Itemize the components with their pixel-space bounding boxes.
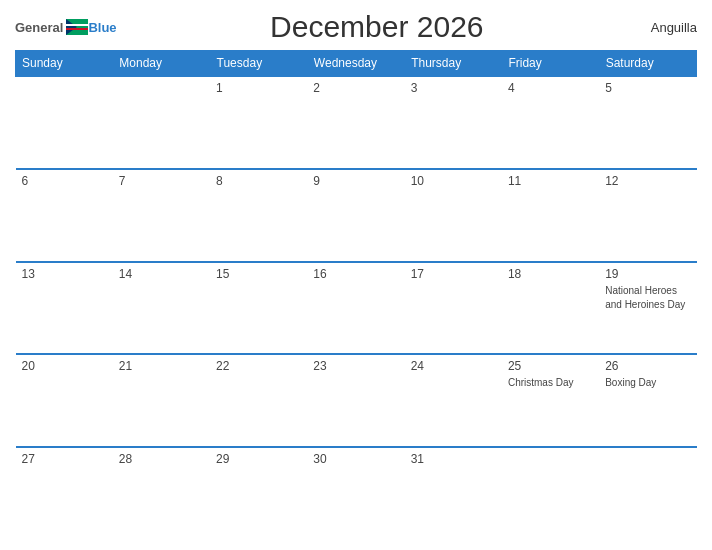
- day-number: 6: [22, 174, 107, 188]
- day-number: 18: [508, 267, 593, 281]
- day-number: 19: [605, 267, 690, 281]
- calendar-cell: [113, 76, 210, 169]
- svg-rect-3: [66, 28, 88, 30]
- calendar-cell: 9: [307, 169, 404, 262]
- calendar-cell: 31: [405, 447, 502, 540]
- calendar-cell: 3: [405, 76, 502, 169]
- day-number: 9: [313, 174, 398, 188]
- calendar-cell: 12: [599, 169, 696, 262]
- calendar-cell: 14: [113, 262, 210, 355]
- day-number: 27: [22, 452, 107, 466]
- calendar-cell: 30: [307, 447, 404, 540]
- calendar-cell: 24: [405, 354, 502, 447]
- calendar-cell: 5: [599, 76, 696, 169]
- calendar-cell: 29: [210, 447, 307, 540]
- calendar-cell: [599, 447, 696, 540]
- calendar-table: SundayMondayTuesdayWednesdayThursdayFrid…: [15, 50, 697, 540]
- day-number: 12: [605, 174, 690, 188]
- calendar-cell: 16: [307, 262, 404, 355]
- day-number: 4: [508, 81, 593, 95]
- calendar-cell: 10: [405, 169, 502, 262]
- weekday-header-tuesday: Tuesday: [210, 51, 307, 77]
- day-number: 11: [508, 174, 593, 188]
- day-number: 8: [216, 174, 301, 188]
- calendar-cell: 18: [502, 262, 599, 355]
- day-number: 23: [313, 359, 398, 373]
- calendar-cell: 25Christmas Day: [502, 354, 599, 447]
- weekday-header-thursday: Thursday: [405, 51, 502, 77]
- calendar-page: General Blue December 2026 Anguilla Sund…: [0, 0, 712, 550]
- day-number: 28: [119, 452, 204, 466]
- weekday-header-friday: Friday: [502, 51, 599, 77]
- weekday-header-wednesday: Wednesday: [307, 51, 404, 77]
- calendar-cell: 17: [405, 262, 502, 355]
- day-number: 20: [22, 359, 107, 373]
- day-number: 5: [605, 81, 690, 95]
- calendar-cell: 7: [113, 169, 210, 262]
- calendar-cell: 27: [16, 447, 113, 540]
- country-name: Anguilla: [637, 20, 697, 35]
- day-number: 7: [119, 174, 204, 188]
- calendar-week-row: 6789101112: [16, 169, 697, 262]
- logo-general-text: General: [15, 20, 63, 35]
- day-number: 3: [411, 81, 496, 95]
- calendar-cell: 8: [210, 169, 307, 262]
- day-number: 22: [216, 359, 301, 373]
- day-number: 10: [411, 174, 496, 188]
- calendar-week-row: 2728293031: [16, 447, 697, 540]
- day-number: 14: [119, 267, 204, 281]
- weekday-header-sunday: Sunday: [16, 51, 113, 77]
- day-number: 13: [22, 267, 107, 281]
- weekday-header-saturday: Saturday: [599, 51, 696, 77]
- svg-rect-2: [66, 24, 88, 26]
- day-number: 17: [411, 267, 496, 281]
- calendar-cell: 22: [210, 354, 307, 447]
- calendar-cell: 21: [113, 354, 210, 447]
- calendar-title: December 2026: [117, 10, 637, 44]
- logo-flag-icon: [66, 19, 88, 35]
- holiday-name: National Heroes and Heroines Day: [605, 285, 685, 310]
- calendar-cell: [16, 76, 113, 169]
- day-number: 30: [313, 452, 398, 466]
- weekday-header-monday: Monday: [113, 51, 210, 77]
- day-number: 29: [216, 452, 301, 466]
- calendar-cell: 2: [307, 76, 404, 169]
- day-number: 24: [411, 359, 496, 373]
- logo-blue-text: Blue: [88, 20, 116, 35]
- calendar-cell: 4: [502, 76, 599, 169]
- calendar-cell: 26Boxing Day: [599, 354, 696, 447]
- calendar-cell: 15: [210, 262, 307, 355]
- calendar-header: General Blue December 2026 Anguilla: [15, 10, 697, 44]
- day-number: 25: [508, 359, 593, 373]
- day-number: 2: [313, 81, 398, 95]
- day-number: 16: [313, 267, 398, 281]
- calendar-week-row: 12345: [16, 76, 697, 169]
- calendar-cell: 1: [210, 76, 307, 169]
- day-number: 15: [216, 267, 301, 281]
- calendar-cell: 20: [16, 354, 113, 447]
- calendar-cell: 19National Heroes and Heroines Day: [599, 262, 696, 355]
- weekday-header-row: SundayMondayTuesdayWednesdayThursdayFrid…: [16, 51, 697, 77]
- calendar-cell: 28: [113, 447, 210, 540]
- calendar-week-row: 13141516171819National Heroes and Heroin…: [16, 262, 697, 355]
- calendar-cell: [502, 447, 599, 540]
- calendar-week-row: 202122232425Christmas Day26Boxing Day: [16, 354, 697, 447]
- holiday-name: Christmas Day: [508, 377, 574, 388]
- calendar-cell: 23: [307, 354, 404, 447]
- calendar-cell: 13: [16, 262, 113, 355]
- calendar-cell: 11: [502, 169, 599, 262]
- calendar-cell: 6: [16, 169, 113, 262]
- logo: General Blue: [15, 19, 117, 35]
- day-number: 1: [216, 81, 301, 95]
- day-number: 21: [119, 359, 204, 373]
- day-number: 31: [411, 452, 496, 466]
- holiday-name: Boxing Day: [605, 377, 656, 388]
- day-number: 26: [605, 359, 690, 373]
